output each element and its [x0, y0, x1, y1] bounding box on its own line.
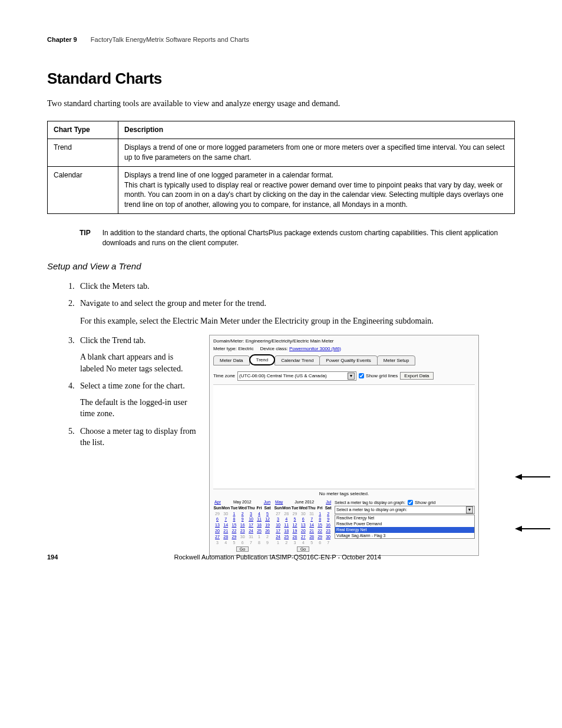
- cal-day[interactable]: 31: [308, 511, 316, 517]
- tag-option-list[interactable]: Reactive Energy NetReactive Power Demand…: [335, 515, 475, 539]
- cal-day[interactable]: 17: [274, 528, 282, 534]
- cal-day[interactable]: 5: [263, 511, 272, 517]
- cal-day[interactable]: 20: [299, 528, 308, 534]
- cal-next[interactable]: Jun: [264, 499, 270, 505]
- tag-select[interactable]: Select a meter tag to display on graph: …: [335, 506, 475, 514]
- device-class-link[interactable]: Powermonitor 3000 (M6): [289, 346, 341, 351]
- cal-day[interactable]: 6: [238, 540, 247, 546]
- cal-day[interactable]: 28: [222, 534, 230, 540]
- cal-day[interactable]: 16: [238, 522, 247, 528]
- cal-day[interactable]: 30: [238, 534, 247, 540]
- cal-prev[interactable]: Apr: [214, 499, 221, 505]
- cal-day[interactable]: 5: [290, 516, 299, 522]
- cal-day[interactable]: 6: [213, 516, 222, 522]
- cal-day[interactable]: 11: [255, 516, 263, 522]
- cal-day[interactable]: 29: [213, 511, 222, 517]
- cal-day[interactable]: 29: [230, 534, 238, 540]
- checkbox-input[interactable]: [408, 500, 413, 505]
- cal-day[interactable]: 7: [324, 540, 332, 546]
- cal-day[interactable]: 27: [299, 534, 308, 540]
- cal-day[interactable]: 13: [299, 522, 308, 528]
- cal-day[interactable]: 30: [299, 511, 308, 517]
- cal-day[interactable]: 27: [213, 534, 222, 540]
- calendar-may[interactable]: AprMay 2012JunSunMonTueWedThuFriSat29301…: [213, 499, 272, 545]
- cal-day[interactable]: 2: [324, 511, 332, 517]
- cal-day[interactable]: 28: [308, 534, 316, 540]
- cal-day[interactable]: 19: [290, 528, 299, 534]
- cal-day[interactable]: 21: [308, 528, 316, 534]
- cal-next[interactable]: Jul: [326, 499, 331, 505]
- cal-day[interactable]: 9: [238, 516, 247, 522]
- show-grid-checkbox[interactable]: Show grid lines: [359, 373, 398, 379]
- cal-day[interactable]: 1: [255, 534, 263, 540]
- cal-day[interactable]: 26: [263, 528, 272, 534]
- cal-day[interactable]: 2: [282, 540, 290, 546]
- cal-day[interactable]: 26: [290, 534, 299, 540]
- tab-power-quality[interactable]: Power Quality Events: [319, 355, 377, 365]
- cal-day[interactable]: 12: [263, 516, 272, 522]
- cal-day[interactable]: 16: [324, 522, 332, 528]
- cal-day[interactable]: 3: [213, 540, 222, 546]
- cal-day[interactable]: 7: [222, 516, 230, 522]
- cal-day[interactable]: 8: [316, 516, 324, 522]
- go-button-june[interactable]: Go: [297, 546, 309, 552]
- cal-day[interactable]: 1: [230, 511, 238, 517]
- cal-day[interactable]: 24: [274, 534, 282, 540]
- cal-day[interactable]: 14: [222, 522, 230, 528]
- tab-meter-data[interactable]: Meter Data: [213, 355, 250, 365]
- cal-day[interactable]: 21: [222, 528, 230, 534]
- cal-day[interactable]: 13: [213, 522, 222, 528]
- cal-day[interactable]: 20: [213, 528, 222, 534]
- cal-day[interactable]: 4: [255, 511, 263, 517]
- cal-day[interactable]: 28: [282, 511, 290, 517]
- cal-day[interactable]: 31: [247, 534, 255, 540]
- cal-day[interactable]: 23: [238, 528, 247, 534]
- cal-day[interactable]: 4: [222, 540, 230, 546]
- tag-option[interactable]: Reactive Energy Net: [335, 515, 474, 521]
- tab-trend[interactable]: Trend: [249, 354, 276, 365]
- cal-day[interactable]: 22: [316, 528, 324, 534]
- cal-day[interactable]: 19: [263, 522, 272, 528]
- cal-day[interactable]: 9: [324, 516, 332, 522]
- cal-day[interactable]: 24: [247, 528, 255, 534]
- cal-day[interactable]: 18: [255, 522, 263, 528]
- cal-day[interactable]: 29: [290, 511, 299, 517]
- cal-day[interactable]: 15: [316, 522, 324, 528]
- cal-day[interactable]: 8: [230, 516, 238, 522]
- cal-day[interactable]: 5: [230, 540, 238, 546]
- cal-day[interactable]: 4: [299, 540, 308, 546]
- cal-day[interactable]: 22: [230, 528, 238, 534]
- calendar-june[interactable]: MayJune 2012JulSunMonTueWedThuFriSat2728…: [274, 499, 332, 545]
- tag-option[interactable]: Real Energy Net: [335, 527, 474, 533]
- cal-day[interactable]: 6: [316, 540, 324, 546]
- checkbox-input[interactable]: [359, 373, 364, 378]
- cal-day[interactable]: 30: [222, 511, 230, 517]
- cal-prev[interactable]: May: [275, 499, 283, 505]
- cal-day[interactable]: 5: [308, 540, 316, 546]
- cal-day[interactable]: 14: [308, 522, 316, 528]
- cal-day[interactable]: 6: [299, 516, 308, 522]
- cal-day[interactable]: 9: [263, 540, 272, 546]
- cal-day[interactable]: 12: [290, 522, 299, 528]
- cal-day[interactable]: 3: [290, 540, 299, 546]
- cal-day[interactable]: 8: [255, 540, 263, 546]
- cal-day[interactable]: 18: [282, 528, 290, 534]
- cal-day[interactable]: 4: [282, 516, 290, 522]
- go-button-may[interactable]: Go: [236, 546, 249, 552]
- cal-day[interactable]: 11: [282, 522, 290, 528]
- cal-day[interactable]: 15: [230, 522, 238, 528]
- cal-day[interactable]: 30: [324, 534, 332, 540]
- cal-day[interactable]: 27: [274, 511, 282, 517]
- cal-day[interactable]: 3: [274, 516, 282, 522]
- cal-day[interactable]: 25: [255, 528, 263, 534]
- cal-day[interactable]: 1: [274, 540, 282, 546]
- cal-day[interactable]: 25: [282, 534, 290, 540]
- cal-day[interactable]: 7: [308, 516, 316, 522]
- cal-day[interactable]: 2: [263, 534, 272, 540]
- cal-day[interactable]: 10: [274, 522, 282, 528]
- cal-day[interactable]: 23: [324, 528, 332, 534]
- cal-day[interactable]: 2: [238, 511, 247, 517]
- show-grid2-checkbox[interactable]: Show grid: [408, 499, 436, 506]
- cal-day[interactable]: 10: [247, 516, 255, 522]
- cal-day[interactable]: 1: [316, 511, 324, 517]
